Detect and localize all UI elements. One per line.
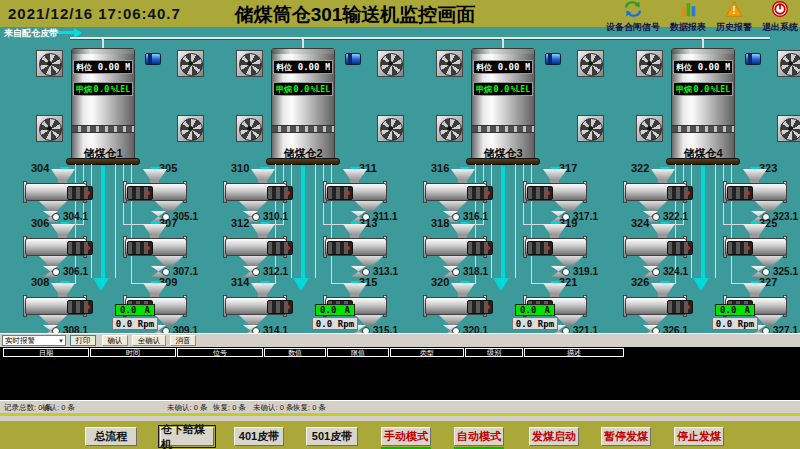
- feeder-unit-314[interactable]: 314314.1: [223, 280, 319, 338]
- feeder-unit-317[interactable]: 317317.1: [513, 166, 609, 224]
- motor-icon: [145, 53, 161, 65]
- level-value: 0.00: [98, 62, 120, 72]
- silo-rib-band: [672, 125, 734, 133]
- feeder-number: 304: [31, 162, 49, 174]
- feeder-number: 326: [631, 276, 649, 288]
- alarm-status-bar: 记录总数: 0 条确认: 0 条未确认: 0 条恢复: 0 条未确认: 0 条恢…: [0, 400, 800, 413]
- nav-button-5[interactable]: 手动模式: [381, 427, 431, 446]
- header-button-label: 退出系统: [762, 21, 798, 34]
- feeder-unit-325[interactable]: 325325.1: [713, 221, 800, 279]
- level-unit: M: [725, 63, 730, 72]
- alarm-table[interactable]: 日期时间位号数值限值类型级别描述: [0, 347, 800, 400]
- feeder-motor-icon: [527, 186, 553, 200]
- fan-icon: [777, 115, 800, 142]
- feeder-motor-icon: [67, 300, 93, 314]
- feeder-motor-icon: [727, 186, 753, 200]
- feeder-unit-310[interactable]: 310310.1: [223, 166, 319, 224]
- alarm-toolbar-button-1[interactable]: 打印: [70, 335, 96, 346]
- feeder-funnel: [239, 256, 267, 266]
- feeder-number: 322: [631, 162, 649, 174]
- feeder-motor-icon: [527, 241, 553, 255]
- silo-rib-band: [72, 125, 134, 133]
- feeder-unit-324[interactable]: 324324.1: [623, 221, 719, 279]
- nav-button-1[interactable]: 总流程: [85, 427, 137, 446]
- feeder-motor-icon: [127, 186, 153, 200]
- rpm-unit: Rpm: [538, 319, 554, 329]
- column-header: 限值: [327, 348, 389, 357]
- feeder-funnel: [239, 201, 267, 211]
- header-button-4[interactable]: 退出系统: [762, 1, 798, 34]
- feeder-funnel: [639, 315, 667, 325]
- svg-text:!: !: [732, 5, 735, 16]
- feeder-funnel: [39, 201, 67, 211]
- feeder-motor-icon: [467, 300, 493, 314]
- fan-icon: [377, 115, 404, 142]
- ch4-label: 甲烷: [476, 84, 492, 95]
- valve-indicator: [252, 213, 260, 221]
- valve-label: 318.1: [463, 266, 488, 277]
- header-button-group: 设备合闸信号数据报表!历史报警退出系统: [606, 1, 798, 34]
- feeder-unit-312[interactable]: 312312.1: [223, 221, 319, 279]
- header-button-3[interactable]: !历史报警: [716, 1, 752, 34]
- feeder-unit-313[interactable]: 313313.1: [313, 221, 409, 279]
- feeder-number: 306: [31, 217, 49, 229]
- nav-button-7[interactable]: 发煤启动: [529, 427, 579, 446]
- status-count: 未确认: 0 条: [253, 403, 293, 413]
- feeder-unit-308[interactable]: 308308.1: [23, 280, 119, 338]
- alarm-toolbar-button-3[interactable]: 全确认: [132, 335, 166, 346]
- silo-rib-band: [272, 125, 334, 133]
- feeder-unit-307[interactable]: 307307.1: [113, 221, 209, 279]
- feeder-unit-319[interactable]: 319319.1: [513, 221, 609, 279]
- current-display: 0.0A: [515, 304, 555, 316]
- feeder-motor-icon: [467, 241, 493, 255]
- feeder-motor-icon: [267, 300, 293, 314]
- incoming-belt-arrow: [58, 31, 74, 34]
- nav-button-9[interactable]: 停止发煤: [674, 427, 724, 446]
- header-button-label: 数据报表: [670, 21, 706, 34]
- feeder-unit-320[interactable]: 320320.1: [423, 280, 519, 338]
- ch4-value: 0.0: [93, 84, 109, 94]
- current-display: 0.0A: [115, 304, 155, 316]
- feeder-funnel: [755, 201, 783, 211]
- feeder-unit-322[interactable]: 322322.1: [623, 166, 719, 224]
- header-button-1[interactable]: 设备合闸信号: [606, 1, 660, 34]
- alarm-toolbar-button-2[interactable]: 确认: [102, 335, 128, 346]
- feeder-funnel: [355, 256, 383, 266]
- silo-cap: [672, 49, 734, 54]
- alarm-filter-dropdown[interactable]: 实时报警 ▼: [2, 335, 66, 346]
- level-display: 料位0.00M: [73, 60, 133, 74]
- feeder-unit-306[interactable]: 306306.1: [23, 221, 119, 279]
- ch4-label: 甲烷: [676, 84, 692, 95]
- ch4-display: 甲烷0.0%LEL: [273, 82, 333, 96]
- valve-indicator: [452, 213, 460, 221]
- rpm-display: 0.0Rpm: [312, 317, 358, 330]
- feeder-unit-304[interactable]: 304304.1: [23, 166, 119, 224]
- column-header: 描述: [524, 348, 624, 357]
- feeder-unit-323[interactable]: 323323.1: [713, 166, 800, 224]
- rpm-display: 0.0Rpm: [112, 317, 158, 330]
- feeder-unit-305[interactable]: 305305.1: [113, 166, 209, 224]
- valve-label: 324.1: [663, 266, 688, 277]
- alarm-toolbar-button-4[interactable]: 消音: [170, 335, 196, 346]
- nav-button-2[interactable]: 仓下给煤机: [160, 427, 214, 446]
- feeder-unit-326[interactable]: 326326.1: [623, 280, 719, 338]
- rpm-value: 0.0: [516, 319, 532, 329]
- valve-indicator: [252, 268, 260, 276]
- nav-button-3[interactable]: 401皮带: [234, 427, 284, 446]
- feeder-number: 318: [431, 217, 449, 229]
- nav-button-4[interactable]: 501皮带: [306, 427, 358, 446]
- feeder-unit-316[interactable]: 316316.1: [423, 166, 519, 224]
- status-count: 恢复: 0 条: [293, 403, 326, 413]
- feeder-funnel: [439, 201, 467, 211]
- feeder-unit-318[interactable]: 318318.1: [423, 221, 519, 279]
- alarm-filter-value: 实时报警: [5, 336, 35, 346]
- nav-button-8[interactable]: 暂停发煤: [601, 427, 651, 446]
- feeder-funnel: [239, 315, 267, 325]
- top-bar: 2021/12/16 17:06:40.7 储煤筒仓301输送机监控画面 设备合…: [0, 0, 800, 28]
- ch4-unit: %LEL: [311, 85, 330, 94]
- nav-button-6[interactable]: 自动模式: [454, 427, 504, 446]
- ch4-label: 甲烷: [76, 84, 92, 95]
- feeder-unit-311[interactable]: 311311.1: [313, 166, 409, 224]
- feeder-motor-icon: [327, 241, 353, 255]
- header-button-2[interactable]: 数据报表: [670, 1, 706, 34]
